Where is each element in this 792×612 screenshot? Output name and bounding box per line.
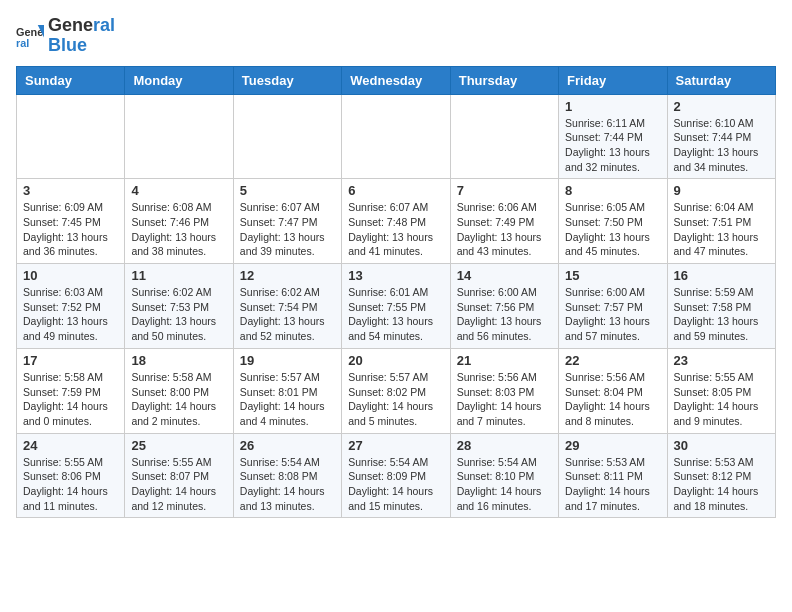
day-number: 21 (457, 353, 552, 368)
logo: Gene ral General Blue (16, 16, 115, 56)
day-number: 5 (240, 183, 335, 198)
calendar-cell: 29Sunrise: 5:53 AM Sunset: 8:11 PM Dayli… (559, 433, 667, 518)
calendar-week-row: 10Sunrise: 6:03 AM Sunset: 7:52 PM Dayli… (17, 264, 776, 349)
calendar-cell (233, 94, 341, 179)
calendar-cell: 15Sunrise: 6:00 AM Sunset: 7:57 PM Dayli… (559, 264, 667, 349)
calendar-cell: 3Sunrise: 6:09 AM Sunset: 7:45 PM Daylig… (17, 179, 125, 264)
day-number: 25 (131, 438, 226, 453)
calendar-week-row: 24Sunrise: 5:55 AM Sunset: 8:06 PM Dayli… (17, 433, 776, 518)
calendar-cell: 14Sunrise: 6:00 AM Sunset: 7:56 PM Dayli… (450, 264, 558, 349)
day-number: 11 (131, 268, 226, 283)
calendar-cell: 21Sunrise: 5:56 AM Sunset: 8:03 PM Dayli… (450, 348, 558, 433)
day-info: Sunrise: 5:55 AM Sunset: 8:05 PM Dayligh… (674, 370, 769, 429)
day-number: 4 (131, 183, 226, 198)
calendar-cell: 9Sunrise: 6:04 AM Sunset: 7:51 PM Daylig… (667, 179, 775, 264)
day-number: 30 (674, 438, 769, 453)
day-info: Sunrise: 5:55 AM Sunset: 8:06 PM Dayligh… (23, 455, 118, 514)
day-number: 14 (457, 268, 552, 283)
calendar-cell: 26Sunrise: 5:54 AM Sunset: 8:08 PM Dayli… (233, 433, 341, 518)
day-number: 12 (240, 268, 335, 283)
calendar-cell (125, 94, 233, 179)
calendar-cell: 12Sunrise: 6:02 AM Sunset: 7:54 PM Dayli… (233, 264, 341, 349)
calendar-day-header: Saturday (667, 66, 775, 94)
day-number: 20 (348, 353, 443, 368)
day-number: 9 (674, 183, 769, 198)
calendar-cell: 7Sunrise: 6:06 AM Sunset: 7:49 PM Daylig… (450, 179, 558, 264)
day-info: Sunrise: 6:07 AM Sunset: 7:47 PM Dayligh… (240, 200, 335, 259)
day-info: Sunrise: 6:08 AM Sunset: 7:46 PM Dayligh… (131, 200, 226, 259)
day-info: Sunrise: 5:59 AM Sunset: 7:58 PM Dayligh… (674, 285, 769, 344)
day-number: 17 (23, 353, 118, 368)
day-info: Sunrise: 6:10 AM Sunset: 7:44 PM Dayligh… (674, 116, 769, 175)
calendar-cell (342, 94, 450, 179)
calendar-cell: 6Sunrise: 6:07 AM Sunset: 7:48 PM Daylig… (342, 179, 450, 264)
day-number: 15 (565, 268, 660, 283)
day-info: Sunrise: 5:54 AM Sunset: 8:08 PM Dayligh… (240, 455, 335, 514)
calendar-week-row: 3Sunrise: 6:09 AM Sunset: 7:45 PM Daylig… (17, 179, 776, 264)
day-info: Sunrise: 6:03 AM Sunset: 7:52 PM Dayligh… (23, 285, 118, 344)
calendar-cell: 1Sunrise: 6:11 AM Sunset: 7:44 PM Daylig… (559, 94, 667, 179)
day-number: 27 (348, 438, 443, 453)
day-info: Sunrise: 5:57 AM Sunset: 8:01 PM Dayligh… (240, 370, 335, 429)
day-info: Sunrise: 6:09 AM Sunset: 7:45 PM Dayligh… (23, 200, 118, 259)
calendar-week-row: 1Sunrise: 6:11 AM Sunset: 7:44 PM Daylig… (17, 94, 776, 179)
day-info: Sunrise: 6:11 AM Sunset: 7:44 PM Dayligh… (565, 116, 660, 175)
logo-text: General Blue (48, 16, 115, 56)
page-header: Gene ral General Blue (16, 16, 776, 56)
day-number: 13 (348, 268, 443, 283)
day-number: 19 (240, 353, 335, 368)
calendar-cell: 20Sunrise: 5:57 AM Sunset: 8:02 PM Dayli… (342, 348, 450, 433)
day-info: Sunrise: 6:05 AM Sunset: 7:50 PM Dayligh… (565, 200, 660, 259)
day-number: 1 (565, 99, 660, 114)
calendar-cell: 4Sunrise: 6:08 AM Sunset: 7:46 PM Daylig… (125, 179, 233, 264)
day-number: 23 (674, 353, 769, 368)
calendar-day-header: Tuesday (233, 66, 341, 94)
day-info: Sunrise: 6:02 AM Sunset: 7:53 PM Dayligh… (131, 285, 226, 344)
day-number: 16 (674, 268, 769, 283)
calendar-cell (450, 94, 558, 179)
calendar-cell: 8Sunrise: 6:05 AM Sunset: 7:50 PM Daylig… (559, 179, 667, 264)
day-number: 2 (674, 99, 769, 114)
day-number: 8 (565, 183, 660, 198)
day-info: Sunrise: 6:04 AM Sunset: 7:51 PM Dayligh… (674, 200, 769, 259)
day-info: Sunrise: 5:53 AM Sunset: 8:11 PM Dayligh… (565, 455, 660, 514)
svg-text:ral: ral (16, 37, 29, 49)
calendar-cell: 25Sunrise: 5:55 AM Sunset: 8:07 PM Dayli… (125, 433, 233, 518)
calendar-cell: 24Sunrise: 5:55 AM Sunset: 8:06 PM Dayli… (17, 433, 125, 518)
calendar-cell: 2Sunrise: 6:10 AM Sunset: 7:44 PM Daylig… (667, 94, 775, 179)
day-info: Sunrise: 6:07 AM Sunset: 7:48 PM Dayligh… (348, 200, 443, 259)
calendar-cell (17, 94, 125, 179)
calendar-day-header: Monday (125, 66, 233, 94)
calendar-table: SundayMondayTuesdayWednesdayThursdayFrid… (16, 66, 776, 519)
day-info: Sunrise: 5:57 AM Sunset: 8:02 PM Dayligh… (348, 370, 443, 429)
calendar-cell: 16Sunrise: 5:59 AM Sunset: 7:58 PM Dayli… (667, 264, 775, 349)
calendar-day-header: Wednesday (342, 66, 450, 94)
calendar-cell: 10Sunrise: 6:03 AM Sunset: 7:52 PM Dayli… (17, 264, 125, 349)
calendar-day-header: Sunday (17, 66, 125, 94)
calendar-cell: 13Sunrise: 6:01 AM Sunset: 7:55 PM Dayli… (342, 264, 450, 349)
day-info: Sunrise: 5:56 AM Sunset: 8:03 PM Dayligh… (457, 370, 552, 429)
calendar-cell: 17Sunrise: 5:58 AM Sunset: 7:59 PM Dayli… (17, 348, 125, 433)
calendar-cell: 23Sunrise: 5:55 AM Sunset: 8:05 PM Dayli… (667, 348, 775, 433)
calendar-cell: 18Sunrise: 5:58 AM Sunset: 8:00 PM Dayli… (125, 348, 233, 433)
calendar-cell: 11Sunrise: 6:02 AM Sunset: 7:53 PM Dayli… (125, 264, 233, 349)
calendar-cell: 5Sunrise: 6:07 AM Sunset: 7:47 PM Daylig… (233, 179, 341, 264)
day-number: 18 (131, 353, 226, 368)
calendar-cell: 27Sunrise: 5:54 AM Sunset: 8:09 PM Dayli… (342, 433, 450, 518)
day-info: Sunrise: 6:02 AM Sunset: 7:54 PM Dayligh… (240, 285, 335, 344)
calendar-day-header: Thursday (450, 66, 558, 94)
day-number: 10 (23, 268, 118, 283)
day-info: Sunrise: 5:56 AM Sunset: 8:04 PM Dayligh… (565, 370, 660, 429)
calendar-header-row: SundayMondayTuesdayWednesdayThursdayFrid… (17, 66, 776, 94)
day-info: Sunrise: 6:00 AM Sunset: 7:56 PM Dayligh… (457, 285, 552, 344)
day-info: Sunrise: 6:06 AM Sunset: 7:49 PM Dayligh… (457, 200, 552, 259)
calendar-cell: 30Sunrise: 5:53 AM Sunset: 8:12 PM Dayli… (667, 433, 775, 518)
day-number: 6 (348, 183, 443, 198)
day-info: Sunrise: 5:54 AM Sunset: 8:09 PM Dayligh… (348, 455, 443, 514)
calendar-day-header: Friday (559, 66, 667, 94)
day-number: 28 (457, 438, 552, 453)
logo-icon: Gene ral (16, 22, 44, 50)
day-number: 26 (240, 438, 335, 453)
calendar-week-row: 17Sunrise: 5:58 AM Sunset: 7:59 PM Dayli… (17, 348, 776, 433)
calendar-cell: 28Sunrise: 5:54 AM Sunset: 8:10 PM Dayli… (450, 433, 558, 518)
